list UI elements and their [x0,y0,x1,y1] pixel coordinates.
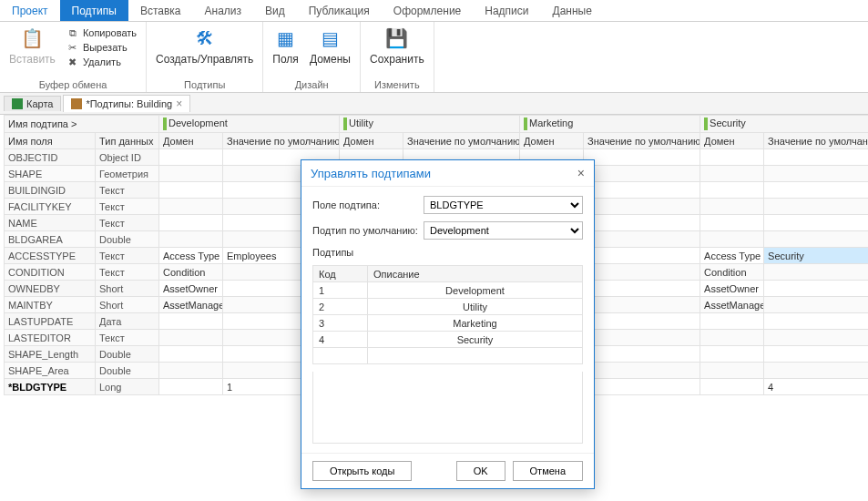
grid-cell[interactable] [764,149,868,166]
grid-cell[interactable]: SHAPE_Length [5,346,96,363]
grid-cell[interactable] [159,166,223,182]
grid-cell[interactable]: Access Type [159,248,223,264]
grid-cell[interactable] [159,330,223,346]
code-cell[interactable]: 2 [313,299,368,315]
grid-cell[interactable] [584,231,700,248]
grid-cell[interactable]: Текст [96,330,159,346]
grid-cell[interactable] [159,149,223,166]
grid-cell[interactable]: FACILITYKEY [5,199,96,215]
grid-cell[interactable]: ACCESSTYPE [5,248,96,264]
copy-button[interactable]: ⧉Копировать [63,26,140,40]
grid-cell[interactable]: Short [96,297,159,313]
grid-cell[interactable] [700,149,764,166]
grid-cell[interactable]: AssetOwner [700,281,764,297]
col-default-2[interactable]: Значение по умолчанию [403,133,520,149]
grid-cell[interactable]: Текст [96,182,159,199]
grid-cell[interactable]: AssetManager [700,297,764,313]
menu-item-project[interactable]: Проект [0,0,60,21]
col-field-name[interactable]: Имя поля [5,133,96,149]
grid-cell[interactable]: SHAPE [5,166,96,182]
grid-cell[interactable] [700,231,764,248]
grid-cell[interactable]: CONDITION [5,264,96,281]
subtype-col-marketing[interactable]: Marketing [520,116,700,133]
col-code[interactable]: Код [313,266,368,282]
grid-cell[interactable] [584,264,700,281]
grid-cell[interactable] [159,346,223,363]
grid-cell[interactable]: Текст [96,215,159,231]
grid-cell[interactable]: 4 [764,379,868,395]
grid-cell[interactable] [584,166,700,182]
cut-button[interactable]: ✂Вырезать [63,40,140,55]
subtype-name-header[interactable]: Имя подтипа > [5,116,159,133]
grid-cell[interactable]: Access Type [700,248,764,264]
grid-cell[interactable] [764,363,868,379]
grid-cell[interactable] [584,363,700,379]
col-data-type[interactable]: Тип данных [96,133,159,149]
grid-cell[interactable] [764,330,868,346]
grid-cell[interactable]: LASTEDITOR [5,330,96,346]
grid-cell[interactable]: SHAPE_Area [5,363,96,379]
grid-cell[interactable] [700,346,764,363]
table-row[interactable]: 2Utility [313,299,583,315]
subtype-col-security[interactable]: Security [700,116,868,133]
domains-button[interactable]: ▤ Домены [306,24,354,67]
paste-button[interactable]: 📋 Вставить [5,24,59,67]
grid-cell[interactable] [584,182,700,199]
menu-item-publish[interactable]: Публикация [297,0,382,21]
grid-cell[interactable] [584,346,700,363]
desc-cell[interactable] [368,348,583,364]
grid-cell[interactable]: Текст [96,199,159,215]
grid-cell[interactable] [700,182,764,199]
create-manage-button[interactable]: 🛠 Создать/Управлять [152,24,257,67]
grid-cell[interactable] [700,379,764,395]
grid-cell[interactable]: *BLDGTYPE [5,379,96,395]
grid-cell[interactable]: Object ID [96,149,159,166]
grid-cell[interactable] [159,313,223,330]
delete-button[interactable]: ✖Удалить [63,55,140,69]
grid-cell[interactable] [584,215,700,231]
grid-cell[interactable] [700,199,764,215]
col-domain-1[interactable]: Домен [159,133,223,149]
dialog-titlebar[interactable]: Управлять подтипами × [301,160,594,187]
grid-cell[interactable] [764,297,868,313]
grid-cell[interactable]: LASTUPDATE [5,313,96,330]
code-cell[interactable]: 1 [313,282,368,299]
table-row[interactable]: 3Marketing [313,315,583,332]
table-row[interactable] [313,348,583,364]
subtypes-table[interactable]: Код Описание 1Development2Utility3Market… [312,265,583,364]
col-domain-4[interactable]: Домен [700,133,764,149]
tab-subtypes-building[interactable]: *Подтипы: Building × [63,95,190,112]
grid-cell[interactable]: Long [96,379,159,395]
menu-item-insert[interactable]: Вставка [128,0,193,21]
grid-cell[interactable]: NAME [5,215,96,231]
menu-item-labels[interactable]: Надписи [473,0,540,21]
table-row[interactable]: 4Security [313,332,583,348]
grid-cell[interactable]: Double [96,231,159,248]
grid-cell[interactable] [764,313,868,330]
table-empty-area[interactable] [312,372,583,444]
grid-cell[interactable] [584,281,700,297]
grid-cell[interactable]: MAINTBY [5,297,96,313]
grid-cell[interactable]: Short [96,281,159,297]
grid-cell[interactable]: Double [96,346,159,363]
grid-cell[interactable]: OWNEDBY [5,281,96,297]
grid-cell[interactable]: Double [96,363,159,379]
menu-item-analysis[interactable]: Анализ [193,0,254,21]
col-default-1[interactable]: Значение по умолчанию [223,133,340,149]
grid-cell[interactable]: OBJECTID [5,149,96,166]
code-cell[interactable]: 4 [313,332,368,348]
grid-cell[interactable] [584,330,700,346]
subtype-field-select[interactable]: BLDGTYPE [424,196,583,214]
grid-cell[interactable] [764,215,868,231]
table-row[interactable]: 1Development [313,282,583,299]
grid-cell[interactable] [764,264,868,281]
subtype-col-development[interactable]: Development [159,116,340,133]
subtype-col-utility[interactable]: Utility [340,116,520,133]
grid-cell[interactable] [584,313,700,330]
grid-cell[interactable] [700,215,764,231]
grid-cell[interactable] [764,182,868,199]
grid-cell[interactable]: AssetManager [159,297,223,313]
tab-map[interactable]: Карта [4,96,61,111]
grid-cell[interactable] [764,281,868,297]
menu-item-data[interactable]: Данные [541,0,604,21]
